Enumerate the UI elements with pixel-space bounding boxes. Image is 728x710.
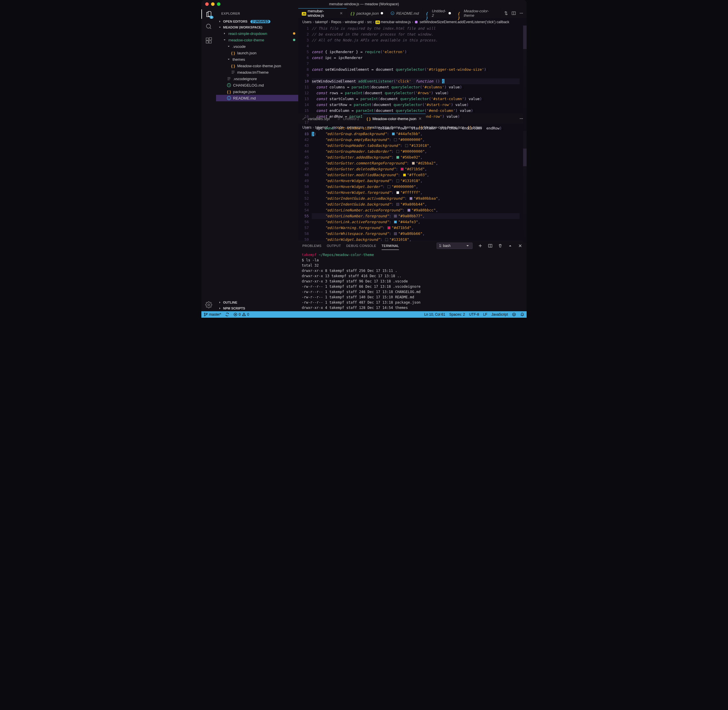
npm-scripts-section[interactable]: NPM SCRIPTS xyxy=(216,305,298,311)
explorer-sidebar: EXPLORER OPEN EDITORS 2 UNSAVED MEADOW (… xyxy=(216,8,298,311)
minimap[interactable] xyxy=(523,26,527,137)
crumb[interactable]: setWindowSizeElement.addEventListener('c… xyxy=(419,20,509,24)
language-mode[interactable]: JavaScript xyxy=(491,312,508,317)
tab-label: Untitled-2 xyxy=(432,9,447,18)
braces-g-icon: { } xyxy=(350,11,354,15)
bell-icon[interactable] xyxy=(520,312,524,317)
tab-label: Meadow-color-theme.json xyxy=(372,117,416,121)
braces-y-icon: { } xyxy=(367,117,371,121)
modified-dot-icon xyxy=(293,32,295,35)
panel-tab[interactable]: TERMINAL xyxy=(382,244,399,248)
encoding-status[interactable]: UTF-8 xyxy=(469,312,479,317)
tree-item-label: meadow-color-theme xyxy=(229,38,291,42)
workspace-section[interactable]: MEADOW (WORKSPACE) xyxy=(216,24,298,30)
tree-item[interactable]: { }launch.json xyxy=(216,50,298,56)
svg-point-22 xyxy=(513,313,516,316)
tab-label: variables.styl xyxy=(308,117,330,121)
problems-status[interactable]: 0 0 xyxy=(233,312,249,317)
editor-tab[interactable]: { }Untitled-2 xyxy=(423,8,455,18)
breadcrumb[interactable]: Users › takempf › Repos › window-grid › … xyxy=(298,19,527,26)
crumb[interactable]: src xyxy=(367,20,372,24)
tree-item[interactable]: react-simple-dropdown xyxy=(216,30,298,37)
eol-status[interactable]: LF xyxy=(483,312,487,317)
error-icon xyxy=(233,312,237,317)
braces-y-icon: { } xyxy=(231,50,236,55)
tree-item[interactable]: CHANGELOG.md xyxy=(216,82,298,88)
tree-item[interactable]: .vscodeignore xyxy=(216,75,298,82)
tab-label: package.json xyxy=(356,11,379,16)
explorer-activity-icon[interactable]: 2 xyxy=(205,10,213,18)
editor-top[interactable]: 12345678910111213141516171819 // This fi… xyxy=(298,26,527,114)
tree-item[interactable]: { }package.json xyxy=(216,88,298,95)
search-activity-icon[interactable] xyxy=(205,22,213,31)
open-editors-section[interactable]: OPEN EDITORS 2 UNSAVED xyxy=(216,19,298,24)
window-title: menubar-window.js — meadow (Workspace) xyxy=(329,2,399,6)
tree-item[interactable]: README.md xyxy=(216,95,298,101)
tree-item[interactable]: themes xyxy=(216,56,298,63)
kill-terminal-icon[interactable] xyxy=(498,244,502,248)
title-bar[interactable]: menubar-window.js — meadow (Workspace) xyxy=(201,0,527,8)
editor-tab[interactable]: JSmenubar-window.js xyxy=(298,8,347,18)
extensions-activity-icon[interactable] xyxy=(205,37,213,45)
editor-tab[interactable]: README.md xyxy=(387,8,423,18)
editor-bottom[interactable]: 41424344454647484950515253545556575859 "… xyxy=(298,131,527,241)
editor-tab[interactable]: Untitled-1 xyxy=(334,114,363,124)
sync-icon xyxy=(225,312,229,317)
editor-tab[interactable]: { }package.json xyxy=(347,8,387,18)
svg-rect-3 xyxy=(209,41,211,43)
more-icon[interactable] xyxy=(519,11,524,16)
maximize-icon[interactable] xyxy=(217,2,220,6)
split-icon[interactable] xyxy=(511,11,516,16)
svg-point-10 xyxy=(520,13,520,13)
outline-label: OUTLINE xyxy=(223,301,237,304)
terminal-selector[interactable]: 1: bash xyxy=(437,242,473,249)
split-terminal-icon[interactable] xyxy=(488,244,492,248)
compare-icon[interactable] xyxy=(504,11,508,16)
panel-tab[interactable]: DEBUG CONSOLE xyxy=(346,244,376,248)
close-icon[interactable] xyxy=(339,11,343,15)
braces-b-icon: { } xyxy=(426,11,430,15)
tree-item[interactable]: meadow-color-theme xyxy=(216,37,298,43)
npm-label: NPM SCRIPTS xyxy=(223,307,245,310)
panel-tab[interactable]: OUTPUT xyxy=(327,244,341,248)
branch-status[interactable]: master* xyxy=(204,312,221,317)
tree-item-label: Meadow-color-theme.json xyxy=(237,64,296,68)
tab-label: Untitled-1 xyxy=(343,117,359,121)
editor-area: JSmenubar-window.js{ }package.jsonREADME… xyxy=(298,8,527,311)
warnings-count: 0 xyxy=(247,312,249,317)
new-terminal-icon[interactable] xyxy=(478,244,483,248)
chevron-up-icon[interactable] xyxy=(508,244,513,248)
tree-item[interactable]: meadow.tmTheme xyxy=(216,69,298,75)
tree-item[interactable]: { }Meadow-color-theme.json xyxy=(216,63,298,69)
close-icon[interactable] xyxy=(205,2,209,6)
tree-item[interactable]: .vscode xyxy=(216,43,298,50)
panel-tab[interactable]: PROBLEMS xyxy=(302,244,321,248)
editor-tab[interactable]: variables.styl xyxy=(298,114,334,124)
crumb[interactable]: Repos xyxy=(331,20,341,24)
crumb[interactable]: takempf xyxy=(315,20,328,24)
minimap[interactable] xyxy=(523,131,527,242)
sync-status[interactable] xyxy=(225,312,229,317)
tree-item-label: CHANGELOG.md xyxy=(233,83,296,88)
tab-label: README.md xyxy=(396,11,419,16)
open-editors-label: OPEN EDITORS xyxy=(223,20,248,23)
tree-item-label: README.md xyxy=(233,96,296,100)
modified-dot-icon xyxy=(293,39,295,41)
feedback-icon[interactable] xyxy=(512,312,516,317)
lines-icon xyxy=(337,117,341,121)
crumb[interactable]: Users xyxy=(302,20,312,24)
editor-tab[interactable]: { }Meadow-color-theme.json xyxy=(363,114,426,124)
cursor-position[interactable]: Ln 10, Col 61 xyxy=(424,312,445,317)
tree-item-label: launch.json xyxy=(237,51,296,55)
branch-name: master* xyxy=(209,312,221,317)
crumb[interactable]: window-grid xyxy=(345,20,364,24)
terminal[interactable]: takempf ~/Repos/meadow-color-theme$ ls -… xyxy=(298,251,527,311)
close-panel-icon[interactable] xyxy=(518,244,523,248)
outline-section[interactable]: OUTLINE xyxy=(216,299,298,305)
close-icon[interactable] xyxy=(418,117,422,121)
settings-gear-icon[interactable] xyxy=(205,301,213,309)
minimize-icon[interactable] xyxy=(211,2,215,6)
indentation-status[interactable]: Spaces: 2 xyxy=(450,312,465,317)
editor-tab[interactable]: { }Meadow-color-theme xyxy=(455,8,501,18)
crumb[interactable]: menubar-window.js xyxy=(381,20,411,24)
